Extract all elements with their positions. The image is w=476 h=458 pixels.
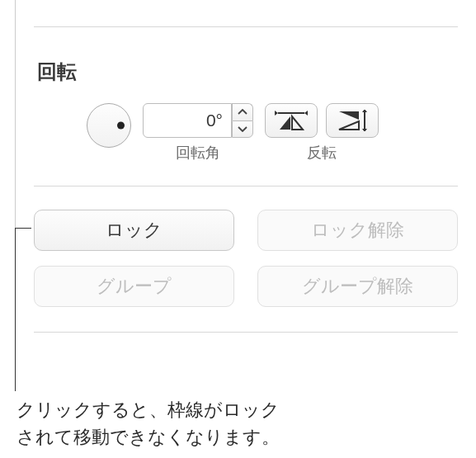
rotation-angle-label: 回転角 xyxy=(176,143,220,163)
rotation-angle-stepper xyxy=(232,103,253,138)
svg-marker-7 xyxy=(362,129,367,131)
rotation-controls-row: 回転角 xyxy=(34,103,458,186)
svg-marker-2 xyxy=(304,111,308,116)
rotation-dial[interactable] xyxy=(87,103,131,148)
stepper-up-button[interactable] xyxy=(232,103,253,120)
flip-group: 反転 xyxy=(265,103,379,163)
flip-vertical-button[interactable] xyxy=(326,103,379,138)
group-button: グループ xyxy=(34,266,234,307)
callout-leader-line xyxy=(15,228,16,391)
lock-button[interactable]: ロック xyxy=(34,210,234,251)
flip-vertical-icon xyxy=(336,110,369,131)
svg-marker-1 xyxy=(275,111,278,116)
callout-text: クリックすると、枠線がロック されて移動できなくなります。 xyxy=(16,396,280,451)
chevron-up-icon xyxy=(238,109,247,116)
flip-label: 反転 xyxy=(307,143,337,163)
stepper-down-button[interactable] xyxy=(232,120,253,139)
section-title-rotation: 回転 xyxy=(34,27,458,103)
svg-marker-9 xyxy=(339,121,359,130)
ungroup-button: グループ解除 xyxy=(257,266,458,307)
rotation-angle-group: 回転角 xyxy=(143,103,253,163)
flip-horizontal-icon xyxy=(275,110,308,131)
svg-marker-4 xyxy=(292,116,303,130)
unlock-button: ロック解除 xyxy=(257,210,458,251)
svg-marker-8 xyxy=(339,111,359,120)
rotation-angle-input[interactable] xyxy=(143,103,232,138)
flip-buttons xyxy=(265,103,379,138)
chevron-down-icon xyxy=(238,125,247,132)
object-action-buttons: ロック ロック解除 グループ グループ解除 xyxy=(34,187,458,332)
rotation-angle-input-wrap xyxy=(143,103,253,138)
flip-horizontal-button[interactable] xyxy=(265,103,318,138)
svg-marker-6 xyxy=(362,110,367,112)
inspector-panel: 回転 回転角 xyxy=(15,0,476,333)
svg-marker-3 xyxy=(280,116,290,130)
divider-bottom xyxy=(34,332,458,333)
